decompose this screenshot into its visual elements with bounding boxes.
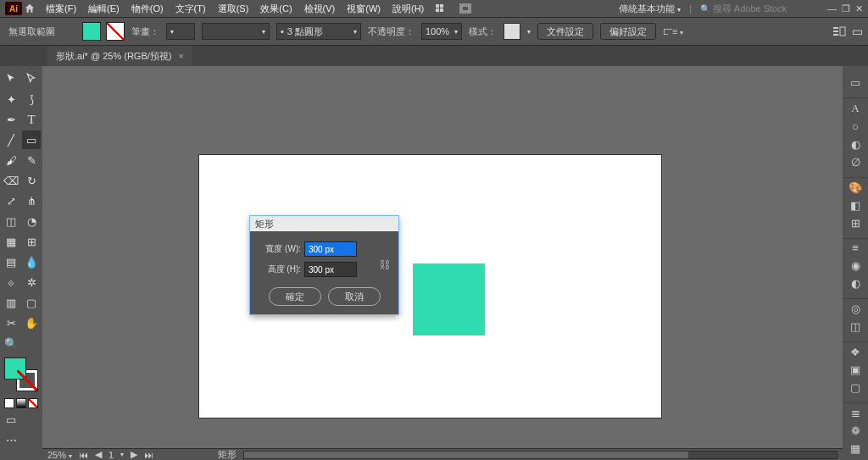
menu-help[interactable]: 說明(H) — [387, 1, 429, 17]
stroke-panel-icon[interactable]: ≡ — [847, 241, 864, 254]
selection-tool[interactable] — [2, 69, 20, 88]
slice-tool[interactable]: ✂ — [2, 313, 20, 332]
menu-edit[interactable]: 編輯(E) — [83, 1, 125, 17]
constrain-proportions-icon[interactable]: ⛓ — [379, 258, 390, 271]
color-mode-row[interactable] — [2, 398, 41, 408]
asset-export-panel-icon[interactable]: ▣ — [847, 363, 864, 376]
symbol-sprayer-tool[interactable]: ✲ — [22, 273, 41, 291]
perspective-tool[interactable]: ▦ — [2, 232, 20, 251]
opacity-field[interactable]: 100%▾ — [421, 23, 462, 40]
menu-view[interactable]: 檢視(V) — [299, 1, 341, 17]
swatches-panel-icon[interactable]: ⊞ — [847, 217, 864, 230]
transparency-panel-icon[interactable]: ◐ — [847, 277, 864, 290]
libraries-panel-icon[interactable]: ▦ — [847, 442, 864, 455]
magic-wand-tool[interactable]: ✦ — [2, 90, 20, 108]
appearance-panel-icon[interactable]: ◎ — [847, 302, 864, 315]
zoom-tool[interactable]: 🔍 — [2, 334, 20, 352]
opacity-label: 不透明度： — [368, 25, 415, 38]
menu-object[interactable]: 物件(O) — [126, 1, 169, 17]
blend-tool[interactable]: ⟐ — [2, 273, 20, 291]
artboard-next-icon[interactable]: ▶ — [131, 449, 137, 460]
ok-button[interactable]: 確定 — [269, 287, 321, 306]
preferences-button[interactable]: 偏好設定 — [600, 23, 656, 40]
mesh-tool[interactable]: ⊞ — [22, 232, 41, 251]
free-transform-tool[interactable]: ◫ — [2, 212, 20, 230]
properties-panel-icon[interactable]: ▭ — [847, 76, 864, 89]
rotate-tool[interactable]: ↻ — [22, 171, 41, 190]
screen-mode-tool[interactable]: ▭ — [2, 410, 20, 429]
window-minimize-icon[interactable]: — — [827, 3, 837, 14]
panel-icon-1[interactable] — [833, 25, 847, 37]
stroke-profile-field[interactable]: •3 點圓形▾ — [276, 23, 361, 40]
opentype-panel-icon[interactable]: ∅ — [847, 156, 864, 169]
rectangle-dialog: 矩形 寬度 (W): ⛓ 高度 (H): 確定 取消 — [250, 216, 398, 314]
artboards-panel-icon[interactable]: ▢ — [847, 381, 864, 394]
fill-stroke-proxy[interactable] — [4, 357, 38, 391]
eraser-tool[interactable]: ⌫ — [2, 171, 20, 190]
lasso-tool[interactable]: ⟆ — [22, 90, 41, 108]
window-maximize-icon[interactable]: ❐ — [842, 3, 850, 14]
fill-swatch[interactable] — [82, 22, 101, 41]
workspace-switcher[interactable]: 傳統基本功能 ▾ — [619, 3, 681, 15]
symbols-panel-icon[interactable]: ❁ — [847, 424, 864, 437]
dialog-title[interactable]: 矩形 — [250, 216, 398, 231]
artboard-prev-icon[interactable]: ◀ — [95, 449, 102, 460]
canvas[interactable]: 矩形 寬度 (W): ⛓ 高度 (H): 確定 取消 — [42, 66, 843, 460]
artboard-tool[interactable]: ▢ — [22, 293, 41, 312]
menu-extra-2[interactable] — [454, 2, 476, 15]
eyedropper-tool[interactable]: 💧 — [22, 252, 41, 271]
type-tool[interactable]: T — [22, 110, 41, 129]
graphic-styles-panel-icon[interactable]: ◫ — [847, 320, 864, 333]
gradient-tool[interactable]: ▤ — [2, 252, 20, 271]
opacity-panel-icon[interactable]: ◐ — [847, 138, 864, 151]
panel-icon-2[interactable]: ▭ — [852, 25, 863, 38]
menu-window[interactable]: 視窗(W) — [342, 1, 386, 17]
menu-file[interactable]: 檔案(F) — [41, 1, 81, 17]
ellipse-panel-icon[interactable]: ○ — [847, 120, 864, 133]
artboard-number[interactable]: 1 — [108, 450, 114, 460]
cancel-button[interactable]: 取消 — [328, 287, 381, 306]
color-panel-icon[interactable]: 🎨 — [847, 181, 864, 194]
column-graph-tool[interactable]: ▥ — [2, 293, 20, 312]
width-input[interactable] — [304, 241, 357, 257]
edit-toolbar[interactable]: ⋯ — [2, 430, 20, 449]
pen-tool[interactable]: ✒ — [2, 110, 20, 129]
line-tool[interactable]: ╱ — [2, 130, 20, 149]
menu-type[interactable]: 文字(T) — [170, 1, 211, 17]
home-icon[interactable] — [24, 3, 39, 14]
type-panel-icon[interactable]: A — [847, 102, 864, 115]
stroke-width-field[interactable]: ▾ — [202, 23, 270, 40]
style-swatch[interactable] — [504, 23, 520, 40]
pencil-tool[interactable]: ✎ — [22, 151, 41, 169]
brushes-panel-icon[interactable]: ≣ — [847, 407, 864, 419]
menu-extra-1[interactable] — [431, 3, 453, 14]
stroke-swatch[interactable] — [106, 22, 125, 41]
color-guide-panel-icon[interactable]: ◧ — [847, 199, 864, 212]
paintbrush-tool[interactable]: 🖌 — [2, 151, 20, 169]
document-setup-button[interactable]: 文件設定 — [537, 23, 593, 40]
search-adobe-stock[interactable]: 🔍 搜尋 Adobe Stock — [700, 3, 810, 15]
direct-selection-tool[interactable] — [22, 69, 41, 88]
zoom-level[interactable]: 25% ▾ — [47, 450, 72, 460]
spare-tool[interactable] — [22, 334, 41, 352]
artboard-prev-first-icon[interactable]: ⏮ — [79, 450, 88, 460]
close-tab-icon[interactable]: × — [178, 51, 183, 61]
layers-panel-icon[interactable]: ❖ — [847, 346, 864, 358]
artboard-next-last-icon[interactable]: ⏭ — [144, 450, 153, 460]
horizontal-scrollbar[interactable] — [243, 451, 837, 459]
menu-effect[interactable]: 效果(C) — [255, 1, 297, 17]
scale-tool[interactable]: ⤢ — [2, 191, 20, 210]
align-icon[interactable]: ⫍≡ ▾ — [663, 26, 683, 36]
shape-builder-tool[interactable]: ◔ — [22, 212, 41, 230]
menu-select[interactable]: 選取(S) — [213, 1, 254, 17]
svg-rect-8 — [833, 34, 838, 36]
window-close-icon[interactable]: ✕ — [855, 3, 863, 14]
gradient-panel-icon[interactable]: ◉ — [847, 259, 864, 272]
height-input[interactable] — [304, 262, 357, 277]
stroke-weight-field[interactable]: ▾ — [166, 23, 195, 40]
document-tab[interactable]: 形狀.ai* @ 25% (RGB/預視) × — [47, 46, 192, 66]
rectangle-tool[interactable]: ▭ — [22, 130, 41, 149]
hand-tool[interactable]: ✋ — [22, 313, 41, 332]
width-tool[interactable]: ⋔ — [22, 191, 41, 210]
svg-rect-6 — [833, 27, 838, 29]
